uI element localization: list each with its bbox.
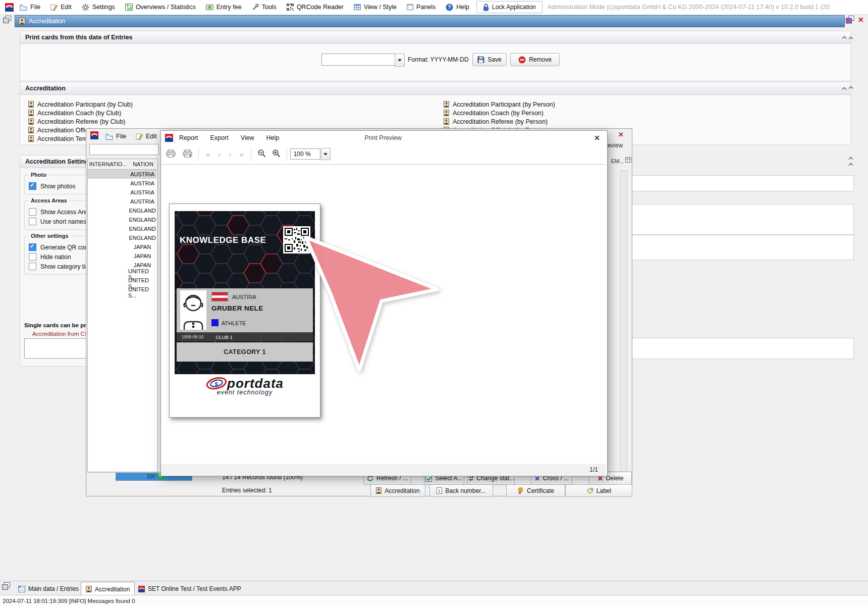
dialog-close-icon[interactable]: ✕ [594,134,600,142]
print-cards-panel: Print cards from this date of Entries Fo… [20,31,851,81]
tab-main-data-entries[interactable]: Main data / Entries [14,583,83,595]
svg-text:?: ? [448,5,451,10]
report-link-by-club[interactable]: Accreditation Referee (by Club) [28,117,133,126]
table-row[interactable]: JAPAN [88,251,156,261]
doc-close-icon[interactable]: ✕ [858,16,864,24]
table-row[interactable]: AUSTRIA [88,188,156,197]
tab-set-online-test[interactable]: SET Online Test / Test Events APP [134,583,246,595]
hidden-panel-box [611,204,854,235]
wrench-icon [252,4,259,11]
grid-icon[interactable] [625,157,631,164]
nation-cell: AUSTRIA [128,188,156,197]
checkbox-icon[interactable] [29,263,36,270]
remove-button[interactable]: Remove [510,53,560,66]
first-page-icon[interactable]: « [202,150,214,159]
checkbox-icon[interactable] [29,218,36,225]
save-button[interactable]: Save [472,53,507,66]
lock-icon [483,4,489,11]
menu-qrcode-reader[interactable]: QRCode Reader [282,0,349,14]
cascade-windows-icon[interactable] [846,16,854,25]
zoom-in-icon[interactable] [272,149,281,159]
badge-icon [444,101,449,108]
last-page-icon[interactable]: » [235,150,247,159]
menu-overviews[interactable]: Overviews / Statistics [120,0,201,14]
table-row[interactable]: AUSTRIA [88,179,156,188]
table-row[interactable]: ENGLAND [88,215,156,224]
dock-icon[interactable] [3,16,11,25]
menu-entry-fee[interactable]: Entry fee [201,0,247,14]
report-link-by-club[interactable]: Accreditation Coach (by Club) [28,109,133,117]
list-menu-file[interactable]: File [102,129,129,143]
previous-page-icon[interactable]: ‹ [214,150,225,159]
statistics-icon [125,4,133,11]
column-header-nation[interactable]: NATION [129,159,157,170]
hidden-panel-box [611,338,854,359]
menu-file[interactable]: File [15,0,45,14]
dialog-menu-view[interactable]: View [235,131,260,145]
back-number-button[interactable]: 1 Back number... [429,484,493,497]
zoom-level-select[interactable]: 100 % [290,148,320,160]
checkbox-icon[interactable] [29,253,36,261]
print-icon[interactable] [166,149,176,159]
menu-help[interactable]: ? Help [441,0,474,14]
table-style-icon [354,4,361,10]
accreditation-button[interactable]: Accreditation [370,484,425,497]
money-icon [206,5,213,10]
badge-icon [444,110,449,116]
report-link-by-person[interactable]: Accreditation Referee (by Person) [444,117,555,126]
card-birthdate: 1999-08-10 [182,334,203,339]
checkbox-icon[interactable] [29,182,36,190]
settings-csv-link[interactable]: Accreditation from CSV [32,331,93,337]
report-link-by-person[interactable]: Accreditation Coach (by Person) [444,109,555,117]
table-row[interactable]: JAPAN [88,242,156,251]
save-icon [477,56,484,63]
panel-close-icon[interactable]: ✕ [618,131,624,138]
tab-accreditation[interactable]: Accreditation [81,582,135,596]
table-row[interactable]: ENGLAND [88,233,156,242]
entries-selected-label: Entries selected: 1 [222,487,272,494]
column-header-international[interactable]: INTERNATIO... [88,159,128,170]
checkbox-icon[interactable] [29,243,36,251]
menu-tools[interactable]: Tools [247,0,282,14]
label-button[interactable]: Label [565,484,632,497]
svg-text:s: s [214,380,218,387]
menu-edit[interactable]: Edit [45,0,77,14]
settings-group-label: Photo [29,172,48,178]
print-date-input[interactable] [321,54,397,66]
report-link-by-person[interactable]: Accreditation Participant (by Person) [444,100,555,109]
zoom-dropdown-button[interactable] [321,148,331,160]
dock-icon[interactable] [2,582,10,591]
print-page-icon[interactable] [183,149,192,159]
date-dropdown-button[interactable] [395,54,405,67]
checkbox-icon[interactable] [29,208,36,216]
dialog-menu-report[interactable]: Report [173,131,204,145]
bottom-tabbar: Main data / Entries Accreditation SET On… [0,581,868,595]
settings-group-label: Other settings [29,233,71,239]
table-row[interactable]: AUSTRIA [88,197,156,206]
menu-view-style[interactable]: View / Style [349,0,402,14]
statusbar: 2024-07-11 18:01:19:309 [INFO] Messages … [0,595,868,606]
collapse-chevron-icon[interactable] [847,84,855,91]
doc-title: Accreditation [29,18,65,25]
certificate-button[interactable]: Certificate [506,484,565,497]
menu-panels[interactable]: Panels [402,0,441,14]
scrollbar[interactable] [620,170,627,472]
dialog-menu-export[interactable]: Export [204,131,235,145]
lock-application-button[interactable]: Lock Application [476,1,542,13]
nation-cell: JAPAN [128,251,156,261]
list-menu-edit[interactable]: Edit [133,129,160,143]
report-link-by-club[interactable]: Accreditation Participant (by Club) [28,100,133,109]
table-row[interactable]: ENGLAND [88,206,156,215]
app-logo-icon [90,131,98,141]
table-row[interactable]: ENGLAND [88,224,156,233]
table-row[interactable]: AUSTRIA [88,170,156,179]
collapse-chevron-icon[interactable] [847,34,855,41]
nation-cell: ENGLAND [128,233,156,242]
dialog-menu-help[interactable]: Help [260,131,286,145]
collapse-chevron-icon[interactable] [847,161,855,168]
next-page-icon[interactable]: › [225,150,235,159]
filter-input[interactable] [89,144,159,155]
table-row[interactable]: UNITED S... [88,288,156,297]
zoom-out-icon[interactable] [257,149,266,159]
menu-settings[interactable]: Settings [77,0,120,14]
